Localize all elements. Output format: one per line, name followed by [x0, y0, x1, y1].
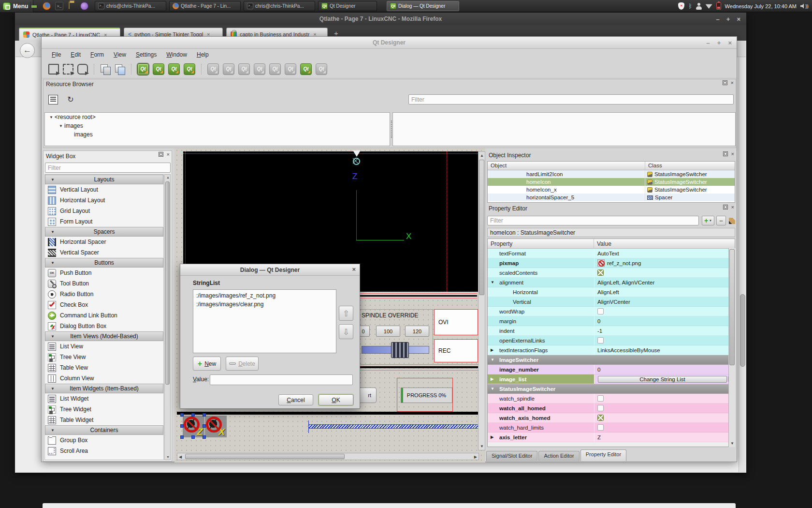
dock-float-icon[interactable]	[723, 80, 727, 85]
qt-tool-disabled-icon[interactable]: Qt	[238, 63, 250, 75]
widget-command-link-button[interactable]: Command Link Button	[45, 310, 163, 321]
property-row[interactable]: ▶textInteractionFlagsLinksAccessibleByMo…	[488, 345, 735, 355]
selection-handle[interactable]	[203, 435, 206, 439]
selection-handle[interactable]	[180, 424, 184, 428]
reload-icon[interactable]: ↻	[66, 95, 75, 105]
widget-table-view[interactable]: Table View	[45, 362, 163, 373]
tree-item-images-child[interactable]: images	[45, 130, 390, 139]
widget-tree-view[interactable]: Tree View	[45, 352, 163, 362]
scrollbar-thumb[interactable]	[185, 454, 345, 459]
property-row[interactable]: textFormatAutoText	[488, 249, 735, 258]
battery-icon[interactable]	[716, 2, 721, 10]
widget-grid-layout[interactable]: Grid Layout	[45, 206, 163, 216]
move-up-button[interactable]: ⇧	[339, 306, 353, 321]
selection-handle[interactable]	[203, 413, 206, 417]
checkbox-unchecked-icon[interactable]	[597, 337, 604, 344]
dock-close-icon[interactable]: ×	[167, 152, 170, 157]
dock-close-icon[interactable]: ×	[731, 151, 734, 156]
form-vertical-scrollbar[interactable]: ▲ ▼	[478, 151, 485, 450]
resource-tree-panel[interactable]: ▼ <resource root> ▼ images images	[44, 112, 390, 146]
scroll-left-icon[interactable]: ◀	[179, 455, 182, 459]
property-scrollbar[interactable]: ▼	[728, 248, 735, 447]
maximize-icon[interactable]: +	[726, 15, 730, 23]
clipped-record-box[interactable]: REC	[434, 339, 478, 362]
tree-item-root[interactable]: ▼ <resource root>	[45, 113, 390, 121]
object-row-homeicon-selected[interactable]: homeIcon StatusImageSwitcher	[488, 178, 735, 186]
qt-tool-disabled-icon[interactable]: Qt	[254, 63, 265, 75]
checkbox-unchecked-icon[interactable]	[597, 308, 604, 314]
qt-tool-icon[interactable]: Qt	[184, 63, 195, 75]
widget-list-view[interactable]: List View	[45, 341, 163, 352]
menu-file[interactable]: File	[47, 50, 65, 60]
paste-icon[interactable]	[115, 64, 125, 75]
group-header-imageswitcher[interactable]: ▼ImageSwitcher	[488, 355, 735, 365]
category-item-widgets[interactable]: ▼Item Widgets (Item-Based)	[45, 384, 163, 393]
property-row[interactable]: ▶axis_letterZ	[488, 433, 735, 442]
bluetooth-icon[interactable]: ᛒ	[688, 3, 692, 10]
widget-list-widget[interactable]: List Widget	[45, 393, 163, 404]
expander-open-icon[interactable]: ▼	[491, 280, 494, 284]
property-row[interactable]: watch_hard_limits	[488, 423, 735, 433]
dock-close-icon[interactable]: ×	[731, 205, 734, 209]
widget-tool-button[interactable]: Tool Button	[45, 278, 163, 289]
widget-form-layout[interactable]: Form Layout	[45, 216, 163, 227]
cancel-button[interactable]: Cancel	[278, 394, 313, 405]
scroll-up-icon[interactable]: ▲	[166, 176, 170, 179]
property-row[interactable]: margin0	[488, 316, 735, 326]
category-item-views[interactable]: ▼Item Views (Model-Based)	[45, 331, 163, 341]
widget-filter-input[interactable]	[45, 163, 171, 173]
dock-float-icon[interactable]	[723, 151, 728, 156]
checkbox-checked-icon[interactable]	[597, 415, 604, 421]
menu-help[interactable]: Help	[192, 50, 213, 60]
checkbox-unchecked-icon[interactable]	[597, 405, 604, 411]
selection-handle[interactable]	[191, 435, 195, 439]
qt-tool-disabled-icon[interactable]: Qt	[223, 63, 234, 75]
expander-icon[interactable]: ▼	[48, 115, 55, 120]
firefox-launcher-icon[interactable]	[43, 2, 51, 10]
widget-check-box[interactable]: Check Box	[45, 299, 163, 310]
configure-button[interactable]	[728, 216, 736, 225]
object-row-hardlimit2icon[interactable]: hardLimit2Icon StatusImageSwitcher	[488, 170, 735, 178]
property-table-header[interactable]: Property Value	[488, 239, 735, 249]
category-buttons[interactable]: ▼Buttons	[45, 258, 163, 268]
property-row[interactable]: openExternalLinks	[488, 336, 735, 345]
user-applet-icon[interactable]	[696, 3, 702, 10]
qt-tool-disabled-icon[interactable]: Qt	[285, 63, 296, 75]
property-editor-title[interactable]: Property Editor ×	[486, 204, 736, 213]
widget-horizontal-layout[interactable]: Horizontal Layout	[45, 195, 163, 206]
selection-handle[interactable]	[180, 413, 184, 417]
qt-tool-disabled-icon[interactable]: Qt	[269, 63, 281, 75]
property-row[interactable]: watch_all_homed	[488, 403, 735, 413]
group-header-statusimageswitcher[interactable]: ▼StatusImageSwitcher	[488, 384, 735, 394]
widget-push-button[interactable]: OKPush Button	[45, 268, 163, 278]
task-button-terminal-2[interactable]: >_ chris@chris-ThinkPa...	[244, 1, 315, 11]
scroll-down-icon[interactable]: ▼	[480, 444, 484, 448]
minimize-icon[interactable]: –	[707, 39, 710, 46]
expander-closed-icon[interactable]: ▶	[491, 435, 493, 439]
show-desktop-icon[interactable]	[30, 1, 31, 9]
tab-action-editor[interactable]: Action Editor	[538, 451, 579, 461]
expander-closed-icon[interactable]: ▶	[491, 377, 493, 381]
selection-handle[interactable]	[203, 424, 206, 428]
spindle-slider-handle[interactable]	[391, 342, 409, 358]
checkbox-checked-icon[interactable]	[597, 269, 604, 276]
tree-item-images[interactable]: ▼ images	[45, 121, 390, 130]
clock[interactable]: Wednesday July 22, 10:40 AM	[725, 3, 797, 9]
dock-float-icon[interactable]	[159, 152, 163, 157]
menu-settings[interactable]: Settings	[131, 50, 161, 60]
scrollbar-thumb[interactable]	[729, 249, 735, 365]
delete-button[interactable]: Delete	[226, 357, 259, 371]
widget-vertical-spacer[interactable]: Vertical Spacer	[45, 247, 163, 258]
expander-open-icon[interactable]: ▼	[491, 358, 494, 362]
remove-dynamic-property-button[interactable]: −	[716, 216, 726, 225]
resource-filter-input[interactable]	[408, 94, 734, 105]
firefox-scrollbar[interactable]	[739, 57, 746, 472]
checkbox-unchecked-icon[interactable]	[597, 395, 604, 402]
scroll-right-icon[interactable]: ▶	[474, 455, 477, 459]
scrollbar-thumb[interactable]	[165, 181, 170, 385]
property-row[interactable]: image_number0	[488, 365, 735, 374]
edit-buddies-icon[interactable]	[77, 64, 88, 75]
expander-closed-icon[interactable]: ▶	[491, 348, 493, 352]
category-containers[interactable]: ▼Containers	[45, 425, 163, 435]
expander-open-icon[interactable]: ▼	[491, 387, 494, 391]
